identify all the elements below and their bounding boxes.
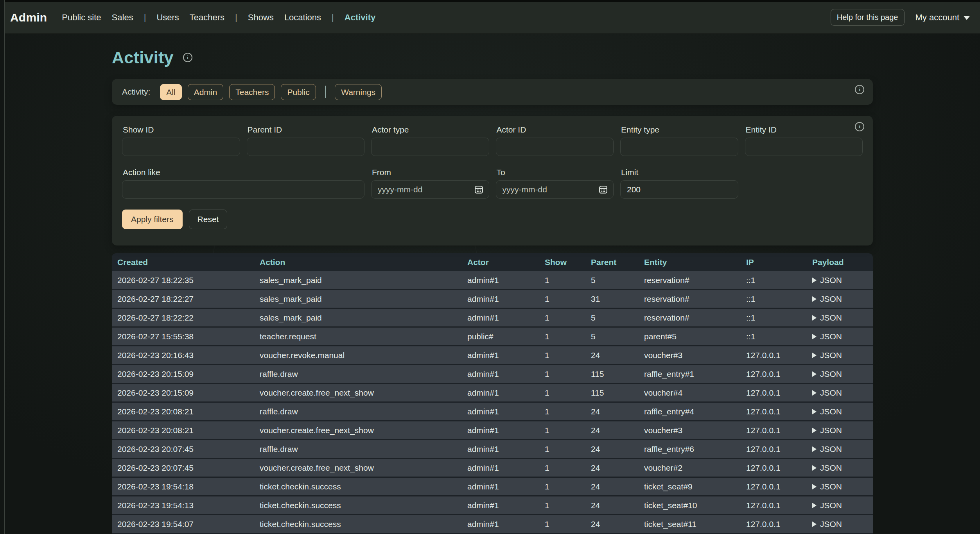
cell-show: 1: [539, 388, 585, 398]
calendar-icon[interactable]: [474, 185, 484, 196]
cell-entity: reservation#: [639, 276, 741, 285]
entity-id-input[interactable]: [745, 138, 863, 156]
cell-created: 2026-02-27 18:22:35: [112, 276, 254, 285]
table-row: 2026-02-27 18:22:22 sales_mark_paid admi…: [112, 308, 873, 326]
apply-filters-button[interactable]: Apply filters: [122, 210, 183, 229]
cell-created: 2026-02-23 20:07:45: [112, 444, 254, 454]
cell-parent: 5: [585, 276, 639, 285]
cell-actor: admin#1: [462, 426, 539, 435]
payload-toggle[interactable]: JSON: [807, 482, 873, 491]
payload-toggle[interactable]: JSON: [807, 407, 873, 416]
limit-input[interactable]: [620, 180, 738, 199]
table-row: 2026-02-23 20:07:45 raffle.draw admin#1 …: [112, 439, 873, 458]
payload-toggle[interactable]: JSON: [807, 351, 873, 360]
payload-toggle[interactable]: JSON: [807, 501, 873, 510]
show-id-input[interactable]: [122, 138, 240, 156]
actor-type-input[interactable]: [371, 138, 489, 156]
action-like-label: Action like: [123, 168, 364, 177]
top-navigation-bar: Admin Public site Sales | Users Teachers…: [0, 2, 980, 34]
table-row: 2026-02-23 20:08:21 raffle.draw admin#1 …: [112, 401, 873, 420]
cell-created: 2026-02-27 18:22:22: [112, 313, 254, 323]
cell-actor: admin#1: [462, 520, 539, 529]
filter-option-public[interactable]: Public: [281, 84, 316, 100]
cell-show: 1: [539, 294, 585, 304]
cell-created: 2026-02-23 20:15:09: [112, 369, 254, 379]
filter-option-admin[interactable]: Admin: [188, 84, 224, 100]
payload-toggle[interactable]: JSON: [807, 294, 873, 304]
to-date-input[interactable]: [496, 180, 614, 199]
payload-toggle[interactable]: JSON: [807, 520, 873, 529]
filter-option-all[interactable]: All: [160, 84, 181, 100]
cell-parent: 24: [585, 501, 639, 510]
reset-button[interactable]: Reset: [189, 210, 228, 229]
cell-action: ticket.checkin.success: [254, 520, 462, 529]
payload-label: JSON: [820, 407, 842, 416]
cell-action: voucher.create.free_next_show: [254, 426, 462, 435]
payload-toggle[interactable]: JSON: [807, 463, 873, 473]
table-header-row: Created Action Actor Show Parent Entity …: [112, 253, 873, 271]
payload-toggle[interactable]: JSON: [807, 369, 873, 379]
payload-toggle[interactable]: JSON: [807, 444, 873, 454]
table-row: 2026-02-23 19:54:13 ticket.checkin.succe…: [112, 495, 873, 514]
table-row: 2026-02-27 18:22:35 sales_mark_paid admi…: [112, 271, 873, 289]
triangle-right-icon: [812, 484, 817, 489]
info-icon[interactable]: i: [183, 53, 192, 62]
cell-action: ticket.checkin.success: [254, 501, 462, 510]
calendar-icon[interactable]: [598, 185, 608, 196]
cell-action: sales_mark_paid: [254, 276, 462, 285]
action-like-input[interactable]: [122, 180, 364, 199]
help-button[interactable]: Help for this page: [831, 9, 905, 26]
nav-item-locations[interactable]: Locations: [284, 13, 321, 23]
info-icon[interactable]: i: [855, 122, 864, 131]
nav-item-activity[interactable]: Activity: [345, 13, 375, 23]
cell-parent: 5: [585, 313, 639, 323]
column-header-parent: Parent: [585, 258, 639, 267]
field-entity-type: Entity type: [620, 125, 738, 156]
filter-option-teachers[interactable]: Teachers: [229, 84, 275, 100]
payload-toggle[interactable]: JSON: [807, 332, 873, 341]
nav-item-users[interactable]: Users: [156, 13, 179, 23]
cell-ip: ::1: [741, 332, 807, 341]
payload-toggle[interactable]: JSON: [807, 388, 873, 398]
from-date-input[interactable]: [371, 180, 489, 199]
field-to: To: [496, 156, 614, 199]
cell-action: sales_mark_paid: [254, 313, 462, 323]
payload-toggle[interactable]: JSON: [807, 313, 873, 323]
filter-option-warnings[interactable]: Warnings: [335, 84, 382, 100]
cell-show: 1: [539, 332, 585, 341]
cell-actor: admin#1: [462, 501, 539, 510]
cell-actor: admin#1: [462, 369, 539, 379]
actor-id-input[interactable]: [496, 138, 614, 156]
nav-item-public-site[interactable]: Public site: [62, 13, 101, 23]
cell-ip: ::1: [741, 294, 807, 304]
caret-down-icon: [964, 16, 970, 20]
nav-item-sales[interactable]: Sales: [112, 13, 133, 23]
cell-show: 1: [539, 276, 585, 285]
column-header-action: Action: [254, 258, 462, 267]
payload-label: JSON: [820, 313, 842, 323]
main-nav: Public site Sales | Users Teachers | Sho…: [62, 13, 375, 23]
parent-id-input[interactable]: [247, 138, 365, 156]
cell-entity: raffle_entry#1: [639, 369, 741, 379]
cell-ip: 127.0.0.1: [741, 351, 807, 360]
cell-entity: voucher#3: [639, 426, 741, 435]
entity-type-input[interactable]: [620, 138, 738, 156]
cell-show: 1: [539, 482, 585, 491]
info-icon[interactable]: i: [855, 85, 864, 94]
payload-label: JSON: [820, 369, 842, 379]
cell-entity: voucher#4: [639, 388, 741, 398]
triangle-right-icon: [812, 521, 817, 527]
table-row: 2026-02-23 20:15:09 voucher.create.free_…: [112, 383, 873, 401]
triangle-right-icon: [812, 278, 817, 283]
payload-toggle[interactable]: JSON: [807, 276, 873, 285]
payload-toggle[interactable]: JSON: [807, 426, 873, 435]
payload-label: JSON: [820, 351, 842, 360]
cell-ip: ::1: [741, 313, 807, 323]
field-actor-id: Actor ID: [496, 125, 614, 156]
cell-actor: admin#1: [462, 482, 539, 491]
my-account-menu[interactable]: My account: [915, 13, 970, 23]
nav-item-teachers[interactable]: Teachers: [190, 13, 224, 23]
nav-item-shows[interactable]: Shows: [248, 13, 274, 23]
cell-action: voucher.create.free_next_show: [254, 388, 462, 398]
table-row: 2026-02-23 19:54:18 ticket.checkin.succe…: [112, 477, 873, 495]
